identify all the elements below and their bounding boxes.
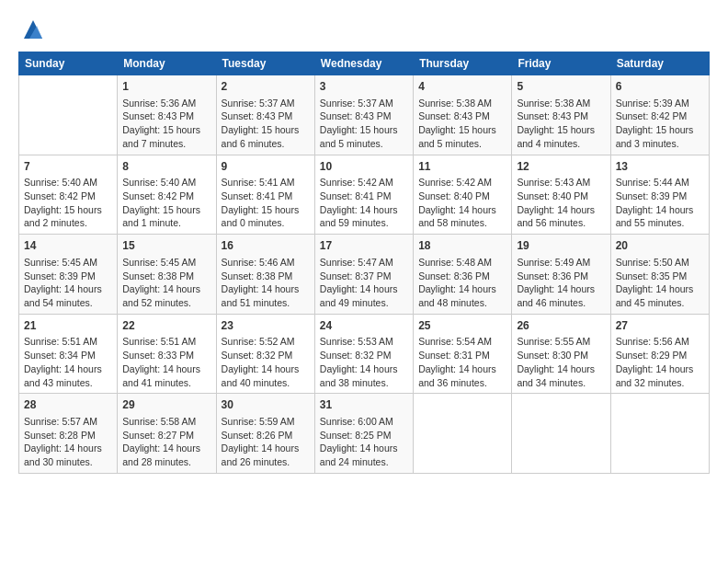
- day-info: Sunrise: 5:44 AM: [616, 176, 704, 190]
- day-number: 8: [122, 159, 210, 175]
- day-info: Daylight: 14 hours: [517, 203, 605, 217]
- day-info: Daylight: 15 hours: [122, 123, 210, 137]
- calendar-cell: 26Sunrise: 5:55 AMSunset: 8:30 PMDayligh…: [512, 314, 610, 394]
- day-info: Sunrise: 5:48 AM: [418, 256, 506, 270]
- day-info: Sunset: 8:33 PM: [122, 349, 210, 362]
- day-number: 13: [616, 159, 704, 175]
- day-info: Sunrise: 5:37 AM: [320, 97, 408, 110]
- day-info: and 36 minutes.: [418, 376, 506, 390]
- day-info: Sunrise: 5:50 AM: [616, 256, 704, 270]
- day-info: Sunrise: 5:39 AM: [616, 97, 704, 110]
- day-info: Sunset: 8:43 PM: [418, 109, 506, 123]
- day-info: and 52 minutes.: [122, 296, 210, 310]
- calendar-cell: 3Sunrise: 5:37 AMSunset: 8:43 PMDaylight…: [314, 75, 413, 155]
- header-cell-thursday: Thursday: [414, 52, 512, 75]
- day-info: Daylight: 15 hours: [418, 123, 506, 137]
- day-info: Sunrise: 5:47 AM: [320, 256, 408, 270]
- day-info: Sunrise: 5:53 AM: [320, 335, 408, 349]
- calendar-cell: 25Sunrise: 5:54 AMSunset: 8:31 PMDayligh…: [414, 314, 512, 394]
- day-info: and 0 minutes.: [222, 216, 310, 230]
- day-number: 26: [517, 318, 605, 334]
- day-info: Sunset: 8:35 PM: [616, 270, 704, 283]
- calendar-cell: 1Sunrise: 5:36 AMSunset: 8:43 PMDaylight…: [118, 75, 216, 155]
- day-info: Sunrise: 5:49 AM: [517, 256, 605, 270]
- day-info: Sunrise: 5:38 AM: [418, 97, 506, 110]
- day-number: 1: [122, 79, 210, 95]
- day-info: and 43 minutes.: [24, 376, 112, 390]
- day-info: Sunrise: 5:45 AM: [24, 256, 112, 270]
- day-info: Daylight: 14 hours: [517, 362, 605, 376]
- calendar-cell: 10Sunrise: 5:42 AMSunset: 8:41 PMDayligh…: [314, 155, 413, 235]
- day-info: Daylight: 15 hours: [24, 203, 112, 217]
- day-number: 24: [320, 318, 408, 334]
- day-info: and 56 minutes.: [517, 216, 605, 230]
- day-info: Daylight: 14 hours: [122, 442, 210, 455]
- day-number: 14: [24, 238, 112, 254]
- calendar-cell: 28Sunrise: 5:57 AMSunset: 8:28 PMDayligh…: [19, 394, 118, 474]
- header-row: SundayMondayTuesdayWednesdayThursdayFrid…: [19, 52, 710, 75]
- day-number: 19: [517, 238, 605, 254]
- calendar-cell: 31Sunrise: 6:00 AMSunset: 8:25 PMDayligh…: [314, 394, 413, 474]
- day-info: Sunset: 8:40 PM: [418, 190, 506, 203]
- day-info: Sunset: 8:36 PM: [418, 270, 506, 283]
- day-info: Sunrise: 5:38 AM: [517, 97, 605, 110]
- day-info: Sunrise: 5:46 AM: [222, 256, 310, 270]
- day-info: Sunset: 8:42 PM: [122, 190, 210, 203]
- day-number: 23: [222, 318, 310, 334]
- day-number: 20: [616, 238, 704, 254]
- day-number: 31: [320, 397, 408, 413]
- day-number: 15: [122, 238, 210, 254]
- calendar-cell: 17Sunrise: 5:47 AMSunset: 8:37 PMDayligh…: [314, 235, 413, 315]
- day-info: Sunrise: 5:36 AM: [122, 97, 210, 110]
- day-info: Daylight: 15 hours: [222, 123, 310, 137]
- day-info: Sunrise: 5:42 AM: [418, 176, 506, 190]
- day-info: Sunset: 8:42 PM: [616, 109, 704, 123]
- day-info: Sunrise: 5:51 AM: [122, 335, 210, 349]
- day-info: and 51 minutes.: [222, 296, 310, 310]
- day-info: Daylight: 14 hours: [616, 203, 704, 217]
- day-number: 16: [222, 238, 310, 254]
- calendar-cell: 19Sunrise: 5:49 AMSunset: 8:36 PMDayligh…: [512, 235, 610, 315]
- day-info: Sunrise: 5:51 AM: [24, 335, 112, 349]
- day-info: Sunset: 8:29 PM: [616, 349, 704, 362]
- day-info: and 4 minutes.: [517, 137, 605, 151]
- day-info: and 41 minutes.: [122, 376, 210, 390]
- day-info: Daylight: 14 hours: [222, 282, 310, 296]
- day-info: and 46 minutes.: [517, 296, 605, 310]
- day-info: Sunset: 8:27 PM: [122, 429, 210, 442]
- day-info: Daylight: 14 hours: [418, 282, 506, 296]
- calendar-cell: 15Sunrise: 5:45 AMSunset: 8:38 PMDayligh…: [118, 235, 216, 315]
- day-info: Daylight: 14 hours: [418, 203, 506, 217]
- day-info: Daylight: 14 hours: [122, 362, 210, 376]
- calendar-cell: 27Sunrise: 5:56 AMSunset: 8:29 PMDayligh…: [610, 314, 709, 394]
- day-info: and 40 minutes.: [222, 376, 310, 390]
- day-info: and 38 minutes.: [320, 376, 408, 390]
- day-info: and 1 minute.: [122, 216, 210, 230]
- calendar-table: SundayMondayTuesdayWednesdayThursdayFrid…: [18, 52, 710, 474]
- day-info: Sunrise: 5:52 AM: [222, 335, 310, 349]
- calendar-cell: 18Sunrise: 5:48 AMSunset: 8:36 PMDayligh…: [414, 235, 512, 315]
- day-info: Sunset: 8:38 PM: [222, 270, 310, 283]
- day-info: Sunrise: 5:45 AM: [122, 256, 210, 270]
- day-info: Daylight: 14 hours: [24, 362, 112, 376]
- calendar-cell: 11Sunrise: 5:42 AMSunset: 8:40 PMDayligh…: [414, 155, 512, 235]
- day-info: Daylight: 15 hours: [320, 123, 408, 137]
- header-cell-monday: Monday: [118, 52, 216, 75]
- day-info: Daylight: 14 hours: [222, 442, 310, 455]
- day-info: Daylight: 14 hours: [222, 362, 310, 376]
- logo-icon: [20, 17, 46, 42]
- day-info: Sunset: 8:37 PM: [320, 270, 408, 283]
- day-info: and 5 minutes.: [320, 137, 408, 151]
- logo: [18, 17, 46, 42]
- calendar-cell: 14Sunrise: 5:45 AMSunset: 8:39 PMDayligh…: [19, 235, 118, 315]
- day-info: Sunset: 8:26 PM: [222, 429, 310, 442]
- day-number: 5: [517, 79, 605, 95]
- day-number: 27: [616, 318, 704, 334]
- day-info: Sunset: 8:32 PM: [320, 349, 408, 362]
- day-info: Sunset: 8:28 PM: [24, 429, 112, 442]
- calendar-cell: 2Sunrise: 5:37 AMSunset: 8:43 PMDaylight…: [216, 75, 314, 155]
- calendar-cell: 23Sunrise: 5:52 AMSunset: 8:32 PMDayligh…: [216, 314, 314, 394]
- calendar-cell: 7Sunrise: 5:40 AMSunset: 8:42 PMDaylight…: [19, 155, 118, 235]
- day-info: Sunset: 8:43 PM: [122, 109, 210, 123]
- calendar-cell: 24Sunrise: 5:53 AMSunset: 8:32 PMDayligh…: [314, 314, 413, 394]
